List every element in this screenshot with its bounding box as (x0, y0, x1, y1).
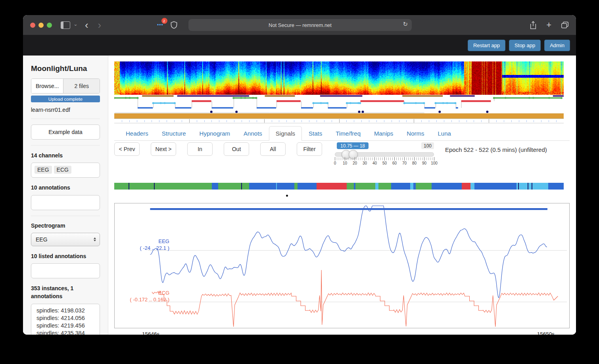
next-epoch-button[interactable]: Next > (151, 142, 176, 156)
channels-count-label: 14 channels (31, 151, 100, 159)
file-upload-input[interactable]: Browse... 2 files (31, 79, 100, 94)
signals-canvas[interactable] (115, 203, 569, 328)
current-epoch-dot (286, 195, 288, 197)
chevron-down-icon[interactable]: ⌄ (73, 21, 78, 27)
admin-button[interactable]: Admin (544, 40, 570, 51)
tab-stats[interactable]: Stats (302, 126, 329, 141)
annotations-select-box[interactable] (31, 195, 100, 210)
ecg-trace-label: ECG ( -0.172 .. 0.162 ) (117, 290, 169, 303)
example-data-button[interactable]: Example data (31, 125, 100, 140)
slider-max-label: 100 (421, 142, 434, 149)
divider (31, 119, 100, 119)
browse-button[interactable]: Browse... (31, 79, 63, 93)
content-blocker-shield-icon[interactable] (171, 21, 177, 29)
tab-timefreq[interactable]: Time/freq (329, 126, 367, 141)
epoch-indicator-row (114, 190, 570, 203)
url-text: Not Secure — remnrem.net (269, 22, 332, 28)
share-icon[interactable] (530, 21, 537, 29)
new-tab-icon[interactable]: + (546, 21, 551, 29)
filter-button[interactable]: Filter (297, 142, 322, 156)
tab-norms[interactable]: Norms (400, 126, 431, 141)
app-header: Restart app Stop app Admin (23, 35, 576, 56)
stage-strip-canvas[interactable] (114, 183, 564, 190)
annotations-count-label: 10 annotations (31, 184, 100, 192)
time-ruler-canvas (114, 119, 564, 123)
zoom-in-button[interactable]: In (187, 142, 213, 156)
zoom-out-button[interactable]: Out (224, 142, 249, 156)
prev-epoch-button[interactable]: < Prev (114, 142, 140, 156)
channel-tag-ecg[interactable]: ECG (54, 166, 71, 174)
extensions-cluster: •••2 (157, 15, 177, 35)
main-panel: Headers Structure Hypnogram Annots Signa… (108, 56, 576, 335)
signal-plot[interactable]: EEG ( -24 .. 22.1 ) ECG ( -0.172 .. 0.16… (114, 203, 570, 328)
spectrogram-channel-select[interactable]: EEG (31, 233, 100, 246)
instances-list[interactable]: spindles: 4198.032 spindles: 4214.056 sp… (31, 304, 100, 335)
slider-value-label: 10.75 — 18 (337, 142, 369, 149)
spectrogram-canvas[interactable] (114, 61, 564, 95)
extension-badge: 2 (161, 18, 167, 24)
channels-select-box[interactable]: EEGECG (31, 163, 100, 178)
forward-button[interactable]: › (94, 20, 106, 30)
spectrogram-label: Spectrogram (31, 222, 100, 230)
url-field[interactable]: Not Secure — remnrem.net ↻ (188, 19, 412, 31)
tab-bar: Headers Structure Hypnogram Annots Signa… (114, 126, 570, 141)
tab-annots[interactable]: Annots (237, 126, 269, 141)
tab-overview-icon[interactable] (561, 21, 569, 29)
channel-tag-eeg[interactable]: EEG (35, 166, 52, 174)
list-item[interactable]: spindles: 4214.056 (36, 314, 97, 322)
tab-signals[interactable]: Signals (269, 126, 302, 141)
app-title: Moonlight/Luna (31, 64, 100, 73)
tab-luna[interactable]: Luna (431, 126, 458, 141)
files-count-label: 2 files (63, 79, 100, 93)
zoom-window-button[interactable] (47, 23, 52, 28)
tab-hypnogram[interactable]: Hypnogram (193, 126, 237, 141)
minimize-window-button[interactable] (38, 23, 44, 28)
tab-headers[interactable]: Headers (119, 126, 155, 141)
listed-annotations-box[interactable] (31, 263, 100, 278)
epoch-band[interactable] (114, 113, 564, 119)
loaded-file-name: learn-nsrr01.edf (31, 107, 100, 113)
annotations-canvas[interactable] (114, 95, 564, 113)
list-item[interactable]: spindles: 4219.456 (36, 322, 97, 330)
traffic-lights (30, 23, 52, 28)
eeg-trace-label: EEG ( -24 .. 22.1 ) (117, 238, 169, 252)
instances-count-label: 353 instances, 1 annotations (31, 284, 100, 301)
stop-app-button[interactable]: Stop app (509, 40, 541, 51)
restart-app-button[interactable]: Restart app (468, 40, 505, 51)
sidebar: Moonlight/Luna Browse... 2 files Upload … (23, 56, 108, 335)
browser-toolbar: ⌄ ‹ › •••2 Not Secure — remnrem.net ↻ + (23, 15, 576, 35)
list-item[interactable]: spindles: 4235.384 (36, 330, 97, 335)
spectrogram-selected-value: EEG (36, 236, 48, 243)
select-arrows-icon (94, 238, 96, 242)
toolbar-right-icons: + (530, 15, 569, 35)
signal-controls: < Prev Next > In Out All Filter 10.75 — … (114, 142, 570, 165)
reload-button[interactable]: ↻ (403, 21, 408, 28)
close-window-button[interactable] (30, 23, 35, 28)
tab-structure[interactable]: Structure (155, 126, 193, 141)
divider (31, 145, 100, 146)
all-button[interactable]: All (260, 142, 286, 156)
divider (31, 216, 100, 216)
axis-start-label: 15646s (142, 331, 159, 335)
sidebar-toggle-icon[interactable] (61, 21, 70, 29)
epoch-info-label: Epoch 522 - 522 (0.5 mins) (unfiltered) (445, 146, 547, 153)
browser-window: ⌄ ‹ › •••2 Not Secure — remnrem.net ↻ + … (23, 15, 576, 335)
epoch-range-slider[interactable]: 10.75 — 18 100 0 10 20 30 40 50 60 70 80 (335, 142, 434, 165)
list-item[interactable]: spindles: 4198.032 (36, 307, 97, 314)
nav-cluster: ⌄ ‹ › (61, 20, 105, 30)
extensions-icon[interactable]: •••2 (157, 22, 163, 28)
tab-manips[interactable]: Manips (367, 126, 400, 141)
upload-progress-bar: Upload complete (31, 96, 100, 102)
time-axis: 15646s 15650s (142, 331, 555, 335)
axis-end-label: 15650s (537, 331, 555, 335)
back-button[interactable]: ‹ (81, 20, 92, 30)
listed-annotations-label: 10 listed annotations (31, 252, 100, 260)
